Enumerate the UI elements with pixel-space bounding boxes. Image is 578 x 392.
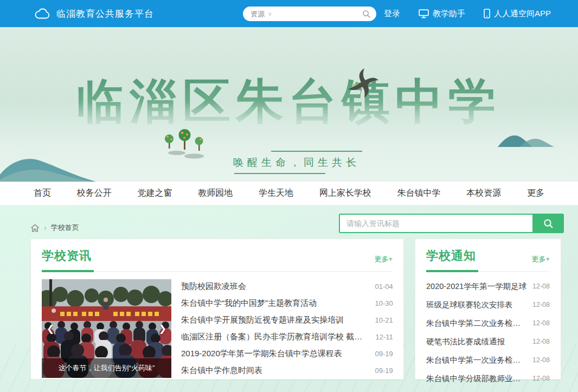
notice-list-item[interactable]: 2020-2021学年第一学期足球12-08 [426, 280, 550, 292]
news-card-title: 学校资讯 [42, 248, 92, 264]
cloud-icon [35, 8, 51, 20]
renrentong-app-link[interactable]: 人人通空间APP [484, 9, 551, 19]
carousel-next-button[interactable]: ❯ [159, 323, 166, 335]
nav-item-school-affairs[interactable]: 校务公开 [77, 188, 112, 199]
news-list-item[interactable]: 预防校园欺凌班会01-04 [181, 279, 393, 293]
notice-list-item[interactable]: 硬笔书法比赛成绩通报12-08 [426, 336, 550, 348]
banner-slogan: 唤醒生命，同生共长 [229, 151, 364, 174]
news-list-item[interactable]: 临淄区注册（备案）民办非学历教育培训学校 截止201912-11 [181, 330, 393, 344]
page: 临淄教育公共服务平台 资源 ∨ 登录 教学助手 人人通空间APP [0, 0, 578, 392]
news-date: 10-30 [375, 299, 393, 307]
nav-item-party[interactable]: 党建之窗 [138, 188, 172, 199]
search-icon [543, 219, 554, 229]
chevron-down-icon: ∨ [268, 11, 272, 17]
breadcrumb: › 学校首页 [30, 223, 79, 233]
phone-icon [484, 9, 490, 18]
notice-date: 12-08 [532, 282, 550, 290]
top-links: 登录 教学助手 人人通空间APP [384, 0, 551, 27]
news-list-item[interactable]: 2019-2020学年第一学期朱台镇中学总课程表09-19 [181, 347, 393, 361]
main-nav: 首页 校务公开 党建之窗 教师园地 学生天地 网上家长学校 朱台镇中学 本校资源… [0, 182, 578, 205]
hill-illustration [0, 153, 107, 182]
notice-list-item[interactable]: 班级足球联赛轮次安排表12-08 [426, 299, 550, 311]
nav-item-students[interactable]: 学生天地 [259, 188, 293, 199]
login-link[interactable]: 登录 [384, 9, 400, 19]
platform-title: 临淄教育公共服务平台 [56, 8, 154, 20]
search-button[interactable] [532, 214, 564, 233]
nav-item-resources[interactable]: 本校资源 [466, 188, 501, 199]
notice-title-rule [426, 270, 550, 272]
notice-date: 12-08 [532, 319, 550, 327]
notice-date: 12-08 [532, 338, 550, 345]
news-date: 01-04 [375, 282, 393, 291]
slogan-line-top [271, 151, 362, 152]
mountains-illustration [498, 133, 554, 147]
top-bar: 临淄教育公共服务平台 资源 ∨ 登录 教学助手 人人通空间APP [0, 0, 578, 27]
slogan-line-bottom [234, 173, 325, 174]
news-title-rule [42, 270, 393, 272]
breadcrumb-separator-icon: › [44, 223, 47, 232]
news-search [339, 214, 564, 233]
school-notice-card: 学校通知 更多+ 2020-2021学年第一学期足球12-08 班级足球联赛轮次… [415, 239, 561, 380]
nav-item-parents-school[interactable]: 网上家长学校 [319, 188, 371, 199]
news-list: 预防校园欺凌班会01-04 朱台镇中学“我的中国梦”主题教育活动10-30 朱台… [181, 279, 393, 378]
nav-item-home[interactable]: 首页 [34, 188, 51, 199]
home-icon[interactable] [30, 223, 40, 233]
news-list-item[interactable]: 朱台镇中学开展预防近视专题讲座及实操培训10-21 [181, 313, 393, 327]
nav-item-zhutai-school[interactable]: 朱台镇中学 [397, 188, 441, 199]
notice-list-item[interactable]: 朱台镇中学分级部教师业务展12-08 [426, 372, 550, 384]
monitor-icon [419, 9, 429, 18]
swallow-icon [343, 68, 378, 102]
school-news-card: 学校资讯 更多+ [30, 239, 404, 380]
carousel-caption[interactable]: 这个春节，让我们告别“火药味” [42, 358, 171, 378]
slogan-text: 唤醒生命，同生共长 [229, 156, 364, 170]
content-area: 》 › 学校首页 学校资讯 更多+ [0, 205, 578, 392]
news-date: 09-19 [375, 367, 393, 375]
notice-list-item[interactable]: 朱台镇中学第一次业务检查的12-08 [426, 354, 550, 366]
news-carousel[interactable]: ❮ ❯ 这个春节，让我们告别“火药味” [42, 279, 171, 378]
carousel-prev-button[interactable]: ❮ [47, 323, 54, 335]
news-more-link[interactable]: 更多+ [374, 254, 393, 264]
trees-illustration [163, 128, 209, 159]
notice-card-title: 学校通知 [426, 248, 476, 264]
school-name-title: 临淄区朱台镇中学 [0, 75, 578, 127]
news-list-item[interactable]: 朱台镇中学作息时间表09-19 [181, 364, 393, 378]
platform-brand[interactable]: 临淄教育公共服务平台 [35, 0, 154, 27]
news-date: 10-21 [375, 316, 393, 324]
notice-more-link[interactable]: 更多+ [531, 254, 550, 264]
search-scope-select[interactable]: 资源 [251, 9, 265, 19]
school-banner: 临淄区朱台镇中学 [0, 27, 578, 182]
search-icon[interactable] [362, 10, 371, 18]
notice-date: 12-08 [532, 301, 550, 309]
teaching-assistant-link[interactable]: 教学助手 [419, 9, 465, 19]
news-date: 12-11 [376, 333, 393, 341]
breadcrumb-current[interactable]: 学校首页 [51, 223, 79, 233]
news-list-item[interactable]: 朱台镇中学“我的中国梦”主题教育活动10-30 [181, 296, 393, 310]
nav-item-more[interactable]: 更多 [527, 188, 544, 199]
header-search-pill[interactable]: 资源 ∨ [243, 7, 376, 21]
notice-list-item[interactable]: 朱台镇中学第二次业务检查的12-08 [426, 317, 550, 329]
notice-date: 12-08 [532, 356, 550, 364]
news-date: 09-19 [375, 350, 393, 358]
notice-date: 12-08 [532, 375, 550, 382]
search-input[interactable] [339, 214, 532, 233]
nav-item-teachers[interactable]: 教师园地 [198, 188, 233, 199]
notice-list: 2020-2021学年第一学期足球12-08 班级足球联赛轮次安排表12-08 … [426, 280, 550, 384]
